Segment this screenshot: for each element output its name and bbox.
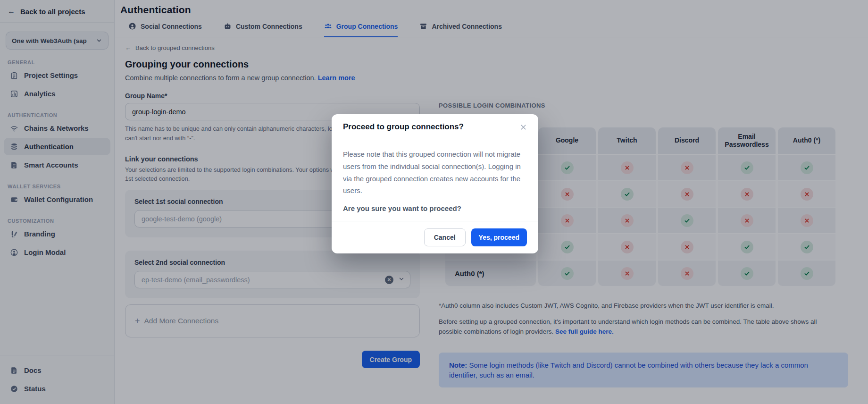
cancel-button[interactable]: Cancel [424, 228, 466, 246]
close-icon[interactable] [517, 121, 529, 133]
app-window: ← Back to all projects One with Web3Auth… [0, 0, 868, 404]
dialog-question: Are you sure you want to proceed? [343, 204, 527, 212]
dialog-title: Proceed to group connections? [343, 122, 512, 132]
dialog-body-text: Please note that this grouped connection… [343, 148, 527, 197]
proceed-confirmation-dialog: Proceed to group connections? Please not… [332, 114, 538, 253]
yes-proceed-button[interactable]: Yes, proceed [471, 228, 527, 246]
